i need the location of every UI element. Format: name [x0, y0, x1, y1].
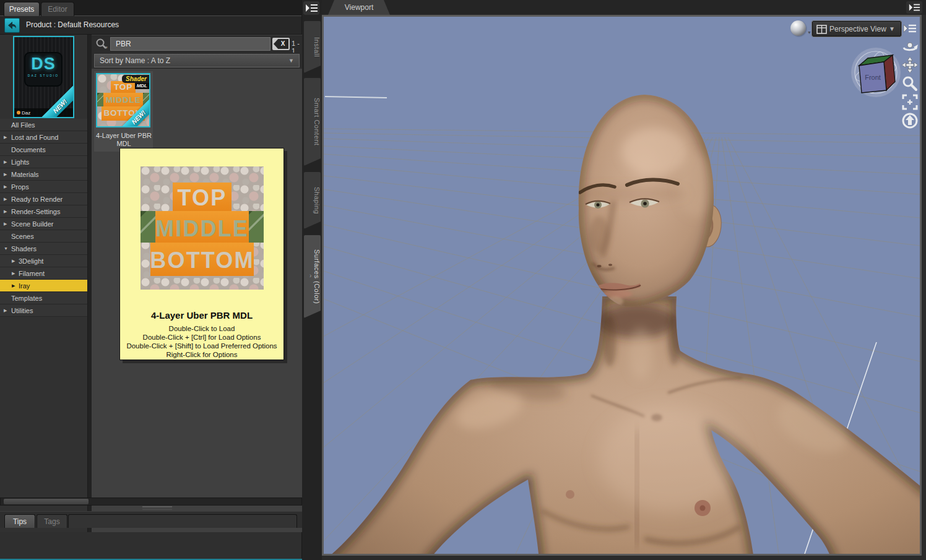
tree-item-props[interactable]: ▶Props [0, 181, 87, 193]
viewport-frame: ▼ Perspective View ▼ [322, 15, 922, 556]
home-arrow-icon [901, 112, 919, 129]
camera-view-icon [816, 25, 828, 35]
panel-menu-icon [303, 1, 319, 15]
search-options-caret[interactable]: ▼ [105, 46, 108, 50]
product-thumbnail[interactable]: DS DAZ STUDIO Daz NEW! [13, 36, 74, 118]
camera-selector-dropdown[interactable]: Perspective View ▼ [812, 21, 901, 37]
daz-studio-logo: DS DAZ STUDIO [24, 52, 63, 87]
shader-badge: Shader [122, 75, 149, 83]
clear-search-button[interactable]: X [272, 38, 290, 50]
expand-icon[interactable]: ▶ [4, 218, 7, 230]
mdl-badge: MDL [135, 83, 149, 89]
expand-icon[interactable]: ▶ [4, 304, 7, 317]
tree-label: Ready to Render [11, 196, 63, 203]
tree-item-3delight[interactable]: ▶3Delight [0, 255, 87, 267]
tooltip-instruction: Double-Click + [Shift] to Load Preferred… [120, 342, 283, 350]
pane-splitter-grip[interactable] [142, 506, 172, 510]
expand-icon[interactable]: ▶ [12, 255, 15, 267]
dock-tab-smart-content[interactable]: Smart Content [304, 78, 321, 166]
bottom-tab-bar: Tips Tags [0, 511, 302, 528]
tooltip-word-bottom: BOTTOM [141, 248, 264, 274]
tree-item-iray[interactable]: ▶Iray [0, 280, 87, 292]
tooltip-instruction: Double-Click + [Ctrl] for Load Options [120, 334, 283, 341]
expand-icon[interactable]: ▶ [4, 156, 7, 168]
asset-tooltip: TOP MIDDLE BOTTOM 4-Layer Uber PBR MDL D… [119, 148, 284, 360]
collapse-icon[interactable]: ▼ [4, 243, 8, 255]
tree-label: Iray [19, 282, 30, 290]
clear-x-icon: X [274, 39, 288, 49]
tree-label: Materials [11, 171, 39, 178]
expand-icon[interactable]: ▶ [4, 131, 7, 144]
tree-item-templates[interactable]: Templates [0, 292, 87, 304]
dock-tab-surfaces-color[interactable]: Surfaces (Color) [304, 235, 321, 318]
asset-thumbnail[interactable]: TOP MIDDLE BOTTOM Shader MDL NEW! [96, 73, 150, 127]
tree-label: Utilities [11, 307, 33, 314]
expand-icon[interactable]: ▶ [12, 280, 15, 292]
pane-tab-bar: Presets Editor [0, 0, 301, 16]
tab-tips[interactable]: Tips [4, 514, 35, 528]
daz-brand-logo: Daz [17, 110, 30, 116]
daz-studio-window: Presets Editor Product : Default Resourc… [0, 0, 926, 560]
tree-item-ready-to-render[interactable]: ▶Ready to Render [0, 193, 87, 205]
back-button[interactable] [4, 18, 20, 33]
draw-style-caret[interactable]: ▼ [807, 30, 811, 35]
empty-tab-strip [68, 514, 297, 528]
tooltip-word-middle: MIDDLE [141, 216, 264, 242]
tree-label: All Files [11, 121, 35, 129]
side-dock-strip: Install Smart Content Shaping Surfaces (… [302, 0, 322, 560]
dock-tab-install[interactable]: Install [304, 21, 321, 73]
chevron-down-icon: ▼ [288, 54, 294, 67]
search-input[interactable] [110, 37, 270, 51]
tree-item-all-files[interactable]: All Files [0, 119, 87, 131]
tab-presets[interactable]: Presets [4, 2, 40, 16]
tree-item-scene-builder[interactable]: ▶Scene Builder [0, 218, 87, 230]
tree-item-documents[interactable]: Documents [0, 144, 87, 156]
tree-item-lost-and-found[interactable]: ▶Lost and Found [0, 131, 87, 144]
viewport-canvas[interactable] [324, 17, 920, 554]
tab-editor[interactable]: Editor [41, 2, 74, 16]
search-bar: ▼ X 1 - 1 [92, 35, 302, 53]
tree-item-scenes[interactable]: Scenes [0, 230, 87, 243]
cube-face-label: Front [865, 74, 881, 81]
tree-label: Lost and Found [11, 134, 58, 141]
panel-menu-icon [906, 1, 922, 14]
tree-item-utilities[interactable]: ▶Utilities [0, 304, 87, 317]
camera-selector-value: Perspective View [829, 25, 886, 33]
tooltip-word-top: TOP [141, 185, 264, 211]
tooltip-instruction: Right-Click for Options [120, 351, 283, 358]
dock-tab-shaping[interactable]: Shaping [304, 172, 321, 229]
tree-item-lights[interactable]: ▶Lights [0, 156, 87, 168]
scrollbar-thumb[interactable] [4, 499, 89, 504]
pane-collapse-handle[interactable]: › [309, 272, 311, 279]
expand-icon[interactable]: ▶ [4, 193, 7, 205]
expand-icon[interactable]: ▶ [4, 181, 7, 193]
tab-viewport[interactable]: Viewport [328, 0, 390, 15]
reset-view-button[interactable] [901, 112, 920, 128]
folder-tree-pane: DS DAZ STUDIO Daz NEW! All Files ▶Lost a… [0, 35, 88, 532]
expand-icon[interactable]: ▶ [12, 267, 15, 280]
tree-label: Props [11, 183, 29, 191]
tree-label: Filament [19, 270, 45, 277]
tree-item-filament[interactable]: ▶Filament [0, 267, 87, 280]
chevron-down-icon: ▼ [889, 25, 895, 32]
expand-icon[interactable]: ▶ [4, 168, 7, 181]
sort-value: Sort by Name : A to Z [100, 56, 170, 65]
tree-item-shaders[interactable]: ▼Shaders [0, 243, 87, 255]
tab-tags[interactable]: Tags [37, 514, 67, 528]
sort-dropdown[interactable]: Sort by Name : A to Z ▼ [94, 54, 300, 67]
genesis-figure[interactable] [324, 95, 920, 554]
back-arrow-icon [5, 19, 19, 32]
tree-item-materials[interactable]: ▶Materials [0, 168, 87, 181]
horizontal-scrollbar[interactable] [0, 498, 302, 506]
view-navigation-cube[interactable]: Front [847, 44, 904, 101]
pane-group-menu-button[interactable] [303, 1, 319, 15]
tooltip-image: TOP MIDDLE BOTTOM [141, 166, 264, 290]
ds-logo-subtext: DAZ STUDIO [25, 74, 61, 77]
viewport-pane-menu-button[interactable] [906, 1, 922, 14]
tree-item-render-settings[interactable]: ▶Render-Settings [0, 205, 87, 218]
asset-item-4-layer-uber-pbr-mdl[interactable]: TOP MIDDLE BOTTOM Shader MDL NEW! 4-Laye… [94, 71, 153, 152]
panel-menu-icon [901, 22, 917, 35]
expand-icon[interactable]: ▶ [4, 205, 7, 218]
draw-style-button[interactable] [790, 20, 806, 36]
viewport-options-button[interactable] [901, 22, 920, 38]
